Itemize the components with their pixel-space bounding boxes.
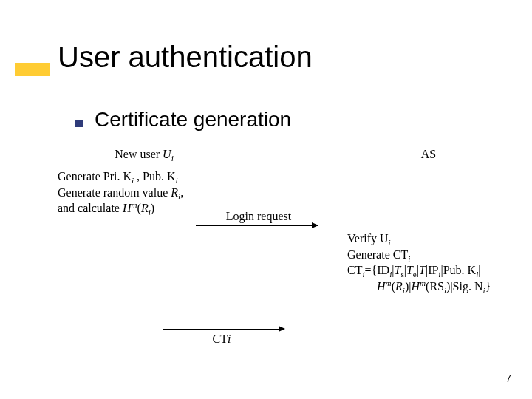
right-line-4: Hm(Ri)|Hm(RSi)|Sig. Ni} — [347, 279, 517, 295]
txt: Verify U — [347, 232, 389, 245]
txt: | — [478, 264, 480, 276]
sup: m — [420, 278, 426, 287]
title-accent-bar — [15, 63, 50, 76]
txt: and calculate — [58, 202, 123, 214]
txt: } — [485, 280, 491, 293]
right-column-header: AS — [377, 148, 480, 163]
right-line-1: Verify Ui — [347, 231, 517, 247]
sub: i — [408, 254, 410, 263]
txt: ={ID — [365, 264, 390, 276]
left-header-sub: i — [171, 154, 174, 163]
txt: Generate CT — [347, 248, 408, 261]
left-column-header: New user Ui — [81, 148, 207, 163]
txt: Generate random value — [58, 186, 171, 199]
arrow-login-request-label: Login request — [207, 210, 310, 223]
txt: |Pub. K — [440, 264, 476, 276]
var: H — [377, 280, 386, 293]
left-line-1: Generate Pri. Ki , Pub. Ki — [58, 168, 228, 185]
txt: RS — [429, 280, 444, 293]
var: R — [395, 280, 403, 293]
arrow-login-request — [196, 225, 318, 226]
arrow-certificate — [163, 329, 284, 330]
txt: )|Sig. N — [446, 280, 482, 293]
arrow-certificate-label: CTi — [185, 332, 259, 346]
left-header-prefix: New user — [115, 148, 163, 160]
txt: , — [180, 186, 183, 199]
slide-subtitle: Certificate generation — [95, 108, 291, 132]
sub: i — [389, 238, 391, 247]
right-body-text: Verify Ui Generate CTi CTi={IDi|Ts|Te|T|… — [347, 231, 517, 294]
page-number: 7 — [505, 372, 511, 384]
protocol-diagram: New user Ui AS Generate Pri. Ki , Pub. K… — [37, 148, 502, 340]
var: T — [406, 264, 413, 276]
var: H — [411, 280, 420, 293]
txt: ) — [151, 202, 154, 214]
sup: m — [386, 278, 392, 287]
left-line-2: Generate random value Ri, — [58, 185, 228, 201]
txt: CT — [213, 332, 228, 345]
var: T — [419, 264, 426, 276]
var: i — [228, 332, 231, 345]
left-line-3: and calculate Hm(Ri) — [58, 200, 228, 216]
var: H — [123, 202, 132, 214]
txt: IP — [428, 264, 438, 276]
txt: Generate Pri. K — [58, 170, 132, 183]
slide: User authentication Certificate generati… — [0, 0, 532, 399]
txt: , Pub. K — [134, 170, 175, 183]
bullet-square-icon — [75, 120, 83, 127]
left-body-text: Generate Pri. Ki , Pub. Ki Generate rand… — [58, 168, 228, 216]
sup: m — [132, 200, 137, 209]
left-header-var: U — [163, 148, 171, 160]
var: R — [141, 202, 149, 214]
var: R — [171, 186, 178, 199]
sub: i — [176, 176, 178, 185]
right-line-2: Generate CTi — [347, 247, 517, 263]
right-line-3: CTi={IDi|Ts|Te|T|IPi|Pub. Ki| — [347, 262, 517, 279]
slide-title: User authentication — [58, 41, 313, 74]
txt: CT — [347, 264, 362, 276]
